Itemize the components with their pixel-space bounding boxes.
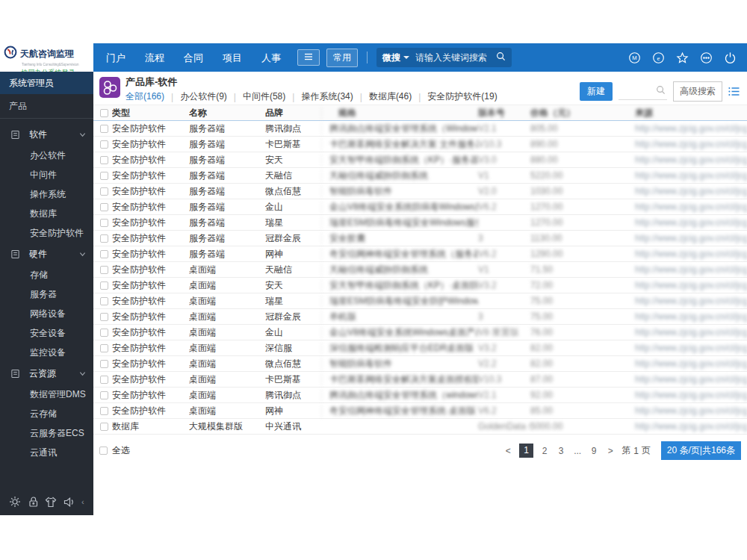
row-checkbox[interactable] <box>100 187 108 196</box>
sidebar-item-监控设备[interactable]: 监控设备 <box>0 343 93 362</box>
select-all[interactable]: 全选 <box>99 444 130 457</box>
gear-icon[interactable] <box>9 496 21 508</box>
sidebar-item-数据管理DMS[interactable]: 数据管理DMS <box>0 385 93 404</box>
table-row[interactable]: 数据库大规模集群版中兴通讯GoldenData s...5000.00http:… <box>93 419 747 435</box>
tab-0[interactable]: 全部(166) <box>125 90 164 103</box>
tab-3[interactable]: 操作系统(34) <box>301 90 353 103</box>
table-row[interactable]: 安全防护软件桌面端冠群金辰单机版375.00http://www.zjcig.g… <box>93 309 747 325</box>
tab-2[interactable]: 中间件(58) <box>243 90 285 103</box>
collapse-icon[interactable]: ‹ <box>81 497 84 506</box>
table-row[interactable]: 安全防护软件桌面端卡巴斯基卡巴斯基网络安全解决方案桌面授权版（KES）·KO..… <box>93 372 747 388</box>
sidebar-item-云存储[interactable]: 云存储 <box>0 404 93 423</box>
pagination-page-9[interactable]: 9 <box>589 446 599 456</box>
row-checkbox[interactable] <box>100 360 108 368</box>
sidebar-item-中间件[interactable]: 中间件 <box>0 165 93 184</box>
table-row[interactable]: 安全防护软件桌面端安天安天智甲终端防御系统（KP）·桌面防病毒V3.272.00… <box>93 278 747 293</box>
search-icon[interactable] <box>656 84 666 98</box>
pagination-prev[interactable]: < <box>503 446 513 456</box>
row-checkbox[interactable] <box>100 219 108 227</box>
header-checkbox[interactable] <box>100 109 108 117</box>
pagination-page-3[interactable]: 3 <box>556 446 566 456</box>
page-size-badge[interactable]: 20 条/页|共166条 <box>661 441 741 460</box>
nav-item-changyong[interactable]: 常用 <box>326 49 358 67</box>
sidebar-item-云服务器ECS[interactable]: 云服务器ECS <box>0 423 93 443</box>
row-checkbox[interactable] <box>100 140 108 149</box>
advanced-search-button[interactable]: 高级搜索 <box>673 81 722 102</box>
table-row[interactable]: 安全防护软件桌面端瑞星瑞星ESM防病毒终端安全防护Windows桌面版75.00… <box>93 293 747 309</box>
lock-icon[interactable] <box>28 496 39 508</box>
power-icon[interactable] <box>724 52 737 64</box>
nav-item-1[interactable]: 流程 <box>135 52 174 63</box>
pagination-next[interactable]: > <box>605 446 616 456</box>
table-row[interactable]: 安全防护软件桌面端金山金山V8终端安全系统Windows桌面产品V8·重置版76… <box>93 325 747 340</box>
pagination-page-1[interactable]: 1 <box>519 444 533 458</box>
table-row[interactable]: 安全防护软件桌面端深信服深信服终端检测响应平台EDR桌面版V3.282.00ht… <box>93 340 747 356</box>
table-row[interactable]: 安全防护软件桌面端天融信天融信终端威胁防御系统V171.50http://www… <box>93 262 747 278</box>
sidebar-item-安全设备[interactable]: 安全设备 <box>0 323 93 343</box>
jump-page-number[interactable]: 1 <box>633 446 639 456</box>
row-checkbox[interactable] <box>100 376 108 384</box>
sidebar-group-云资源[interactable]: 云资源 <box>0 362 93 385</box>
row-checkbox[interactable] <box>100 313 108 321</box>
nav-item-2[interactable]: 合同 <box>174 52 213 63</box>
row-checkbox[interactable] <box>100 266 108 274</box>
sidebar-item-云通讯[interactable]: 云通讯 <box>0 443 93 462</box>
sidebar-group-软件[interactable]: 软件 <box>0 123 93 146</box>
theme-shirt-icon[interactable] <box>45 497 57 508</box>
table-row[interactable]: 安全防护软件服务器端瑞星瑞星ESM防病毒终端安全Windows服务器版1270.… <box>93 215 747 231</box>
table-row[interactable]: 安全防护软件服务器端卡巴斯基卡巴斯基网络安全解决方案 文件服务器防护国际版V10… <box>93 137 747 152</box>
row-checkbox[interactable] <box>100 344 108 352</box>
table-row[interactable]: 安全防护软件服务器端金山金山V8终端安全系统防病毒Windows服务器版V6.2… <box>93 199 747 215</box>
row-checkbox[interactable] <box>100 203 108 211</box>
table-row[interactable]: 安全防护软件服务器端腾讯御点腾讯御点终端安全管理系统（Windows版）V2.1… <box>93 121 747 137</box>
sidebar-item-网络设备[interactable]: 网络设备 <box>0 304 93 323</box>
row-checkbox[interactable] <box>100 250 108 258</box>
sidebar-item-办公软件[interactable]: 办公软件 <box>0 146 93 165</box>
row-checkbox[interactable] <box>100 407 108 415</box>
star-icon[interactable] <box>676 52 689 64</box>
sidebar-group-硬件[interactable]: 硬件 <box>0 243 93 265</box>
table-row[interactable]: 安全防护软件桌面端腾讯御点腾讯御点终端安全管理系统（windows版）·V2.1… <box>93 388 747 403</box>
tab-1[interactable]: 办公软件(9) <box>180 90 227 103</box>
sidebar-item-存储[interactable]: 存储 <box>0 265 93 284</box>
sidebar-item-安全防护软件[interactable]: 安全防护软件 <box>0 223 93 243</box>
table-search-input[interactable] <box>620 86 656 96</box>
message-icon[interactable]: e <box>652 52 665 64</box>
sidebar-item-操作系统[interactable]: 操作系统 <box>0 184 93 204</box>
row-checkbox[interactable] <box>100 125 108 133</box>
nav-hamburger-button[interactable] <box>297 49 320 66</box>
nav-item-3[interactable]: 项目 <box>213 52 252 63</box>
new-button[interactable]: 新建 <box>580 82 613 101</box>
nav-item-0[interactable]: 门户 <box>96 52 135 63</box>
search-scope-dropdown[interactable]: 微搜 <box>382 52 409 64</box>
row-checkbox[interactable] <box>100 391 108 399</box>
tab-4[interactable]: 数据库(46) <box>369 90 412 103</box>
row-checkbox[interactable] <box>100 297 108 305</box>
nav-item-4[interactable]: 人事 <box>252 52 291 63</box>
sidebar-item-数据库[interactable]: 数据库 <box>0 204 93 223</box>
sidebar-section-products[interactable]: 产品 <box>0 94 93 119</box>
search-icon[interactable] <box>496 51 506 64</box>
table-row[interactable]: 安全防护软件服务器端冠群金辰安全胶囊31130.00http://www.zjc… <box>93 231 747 246</box>
row-checkbox[interactable] <box>100 329 108 337</box>
speaker-icon[interactable] <box>63 497 75 508</box>
select-all-checkbox[interactable] <box>99 447 108 455</box>
row-checkbox[interactable] <box>100 156 108 164</box>
m-badge-icon[interactable]: M <box>628 52 641 64</box>
table-row[interactable]: 安全防护软件服务器端天融信天融信终端威胁防御系统V15220.00http://… <box>93 168 747 184</box>
row-checkbox[interactable] <box>100 281 108 290</box>
row-checkbox[interactable] <box>100 423 108 431</box>
row-checkbox[interactable] <box>100 172 108 180</box>
tab-5[interactable]: 安全防护软件(19) <box>427 90 497 103</box>
table-row[interactable]: 安全防护软件服务器端微点佰慧智能防病毒软件V2.01030.00http://w… <box>93 184 747 199</box>
table-row[interactable]: 安全防护软件服务器端安天安天智甲终端防御系统（KP）·服务器防病毒V3.0880… <box>93 152 747 168</box>
search-input[interactable] <box>415 52 496 63</box>
list-view-icon[interactable] <box>728 87 740 96</box>
table-row[interactable]: 安全防护软件桌面端微点佰慧智能防病毒软件V2.282.00http://www.… <box>93 356 747 372</box>
more-icon[interactable] <box>700 52 713 64</box>
pagination-page-2[interactable]: 2 <box>539 446 550 456</box>
table-row[interactable]: 安全防护软件服务器端网神奇安信网神终端安全管理系统（服务器版）V6.21290.… <box>93 246 747 262</box>
table-row[interactable]: 安全防护软件桌面端网神奇安信网神终端安全管理系统·桌面版V6.285.00htt… <box>93 403 747 419</box>
row-checkbox[interactable] <box>100 234 108 243</box>
sidebar-item-服务器[interactable]: 服务器 <box>0 284 93 304</box>
